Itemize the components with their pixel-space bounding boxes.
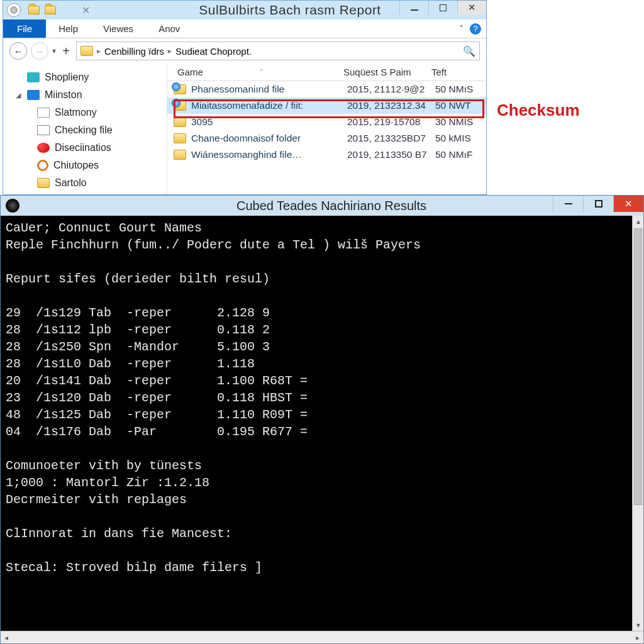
menu-views[interactable]: Viewes [91,23,146,34]
tree-node[interactable]: Slatmony [16,104,164,121]
col-name[interactable]: Game˄ [167,67,343,77]
file-name: 3095 [191,116,347,128]
file-size: 30 NMIS [435,116,479,128]
address-bar[interactable]: ▸ Cenbilling ïdrs ▸ Sudieat Chopropt. 🔍 [76,42,480,60]
folder-icon [37,178,50,188]
pin-icon [37,143,50,153]
menu-file[interactable]: File [3,19,46,38]
tree-node[interactable]: Sartolo [16,174,164,192]
sort-asc-icon: ˄ [260,69,263,75]
ring-icon [37,160,48,171]
tree-node[interactable]: Chiutopes [16,157,164,174]
tree-node[interactable]: ◢Miinston [16,86,164,104]
breadcrumb-seg[interactable]: Cenbilling ïdrs [104,46,164,57]
folder-icon [174,150,186,160]
breadcrumb-sep-icon: ▸ [96,47,102,55]
help-icon[interactable]: ? [470,23,481,35]
tree-label: Checking file [55,125,113,136]
scroll-up-icon[interactable]: ▴ [633,216,643,227]
breadcrumb-seg[interactable]: Sudieat Chopropt. [175,46,252,57]
file-row[interactable]: Chane-doomnaisof folder2015, 213325BD750… [167,130,486,147]
console-app-icon [6,199,19,213]
caret-down-icon[interactable]: ◢ [16,91,22,99]
ribbon-collapse-icon[interactable]: ˄ [459,24,464,34]
folder-icon [174,101,186,111]
maximize-button[interactable] [583,196,613,212]
file-list: Game˄ Suqüest S Paim Teft Phanessomaniın… [167,64,486,194]
checkfile-icon [37,125,50,135]
scroll-down-icon[interactable]: ▾ [633,619,643,631]
file-row[interactable]: Wiánessomanghind file…2019, 2113350 B750… [167,147,486,163]
close-button[interactable]: ✕ [613,196,643,212]
terminal-output[interactable]: CaUer; Connuct Gourt Names Reple Finchhu… [1,216,643,631]
file-name: Chane-doomnaisof folder [191,133,347,144]
menu-help[interactable]: Help [46,23,91,34]
scroll-thumb[interactable] [634,228,642,505]
file-date: 2019, 2132312.34 [347,100,435,111]
folder-icon [174,117,186,127]
tab-close-button[interactable]: ✕ [77,3,94,17]
col-label: Game [177,67,203,77]
explorer-window: ✕ SulBulbirts Bach rasm Report ✕ File He… [3,0,487,195]
nav-forward-button[interactable]: → [31,42,48,60]
folder-icon [174,133,186,143]
folder-icon [80,46,93,56]
scroll-left-icon[interactable]: ◂ [4,633,8,642]
tree-label: Sartolo [55,177,87,189]
nav-history-dropdown-icon[interactable]: ▾ [52,47,56,55]
maximize-button[interactable] [428,1,457,14]
file-size: 50 NMıS [435,84,479,95]
tree-label: Chiutopes [53,160,99,171]
nav-tree: Shoplieny ◢Miinston Slatmony Checking fi… [3,64,167,194]
file-date: 2015, 21112·9@2 [347,84,435,95]
file-size: 50 NMıF [435,149,479,160]
tree-node[interactable]: Diseciinatios [16,139,164,157]
callout-label: Checksum [497,101,580,120]
col-date[interactable]: Suqüest S Paim [343,67,431,77]
nav-new-button[interactable]: + [60,44,72,58]
nav-bar: ← → ▾ + ▸ Cenbilling ïdrs ▸ Sudieat Chop… [3,38,486,64]
minimize-button[interactable] [553,196,583,212]
tree-label: Shoplieny [45,72,89,83]
file-size: 50 NWT [435,100,479,111]
horizontal-scrollbar[interactable]: ◂ ▸ [1,631,643,643]
folder-icon [27,72,40,82]
tab-folder-icon[interactable] [28,6,40,14]
column-headers: Game˄ Suqüest S Paim Teft [167,64,486,81]
drive-icon [27,90,40,100]
tree-label: Slatmony [55,107,97,118]
explorer-titlebar[interactable]: ✕ SulBulbirts Bach rasm Report ✕ [3,1,486,19]
vertical-scrollbar[interactable]: ▴ ▾ [632,216,643,631]
breadcrumb-sep-icon: ▸ [167,47,173,55]
document-icon [37,108,50,118]
file-size: 50 kMIS [435,133,479,144]
nav-back-button[interactable]: ← [9,42,27,60]
folder-icon [174,84,186,94]
tree-label: Diseciinatios [55,142,111,153]
tree-node[interactable]: Shoplieny [16,69,164,86]
file-date: 2015, 219·15708 [347,116,435,128]
tab-folder-icon[interactable] [45,6,56,14]
menu-anov[interactable]: Anov [146,23,192,34]
file-name: Phanessomaniınd file [191,84,347,95]
file-date: 2019, 2113350 B7 [347,149,435,160]
app-icon [7,3,21,17]
minimize-button[interactable] [399,1,428,14]
col-size[interactable]: Teft [431,67,475,77]
console-titlebar[interactable]: Cubed Teades Nachiriano Results ✕ [1,196,643,216]
file-name: Wiánessomanghind file… [191,149,347,160]
tree-label: Miinston [45,89,82,101]
file-name: Miaitassomenafadize / fiit: [191,100,347,111]
search-icon[interactable]: 🔍 [463,45,475,57]
scroll-right-icon[interactable]: ▸ [636,633,640,642]
menu-bar: File Help Viewes Anov ˄ ? [3,19,486,38]
file-row[interactable]: Miaitassomenafadize / fiit:2019, 2132312… [167,97,486,114]
console-window: Cubed Teades Nachiriano Results ✕ CaUer;… [0,195,644,644]
file-row[interactable]: 30952015, 219·1570830 NMIS [167,114,486,130]
console-title: Cubed Teades Nachiriano Results [19,199,643,213]
file-row[interactable]: Phanessomaniınd file2015, 21112·9@250 NM… [167,81,486,97]
file-date: 2015, 213325BD7 [347,133,435,144]
tree-node[interactable]: Checking file [16,121,164,139]
close-button[interactable]: ✕ [457,1,486,14]
